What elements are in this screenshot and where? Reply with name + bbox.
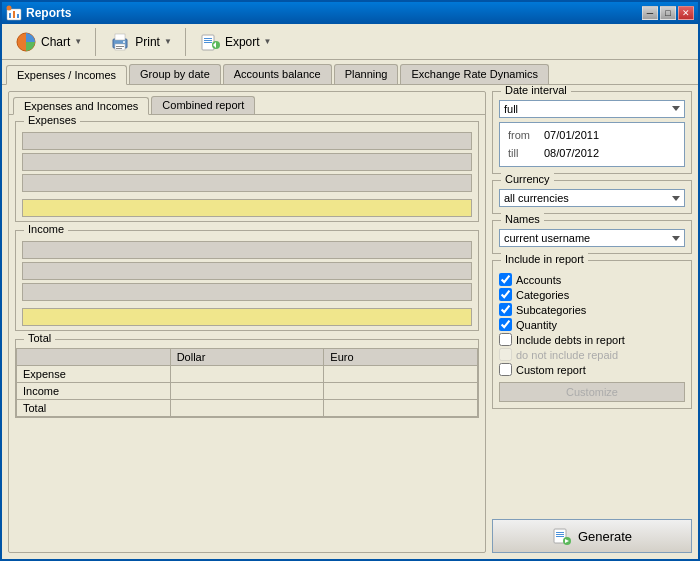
row-expense-euro [324, 366, 478, 383]
expense-bar-3 [22, 174, 472, 192]
main-tabs: Expenses / Incomes Group by date Account… [2, 60, 698, 85]
date-info-box: from 07/01/2011 till 08/07/2012 [499, 122, 685, 167]
panel-content: Expenses Income [9, 115, 485, 552]
expenses-bars [16, 128, 478, 221]
income-bar-1 [22, 241, 472, 259]
window-title: Reports [26, 6, 71, 20]
print-button[interactable]: Print ▼ [102, 27, 179, 57]
chart-button[interactable]: Chart ▼ [8, 27, 89, 57]
income-bars [16, 237, 478, 330]
row-income-dollar [170, 383, 324, 400]
quantity-checkbox[interactable] [499, 318, 512, 331]
tab-expenses-incomes[interactable]: Expenses / Incomes [6, 65, 127, 85]
generate-button[interactable]: Generate [492, 519, 692, 553]
total-section: Total Dollar Euro Expense [15, 339, 479, 418]
categories-label: Categories [516, 289, 569, 301]
svg-rect-13 [204, 38, 212, 39]
svg-rect-9 [116, 46, 124, 47]
export-button[interactable]: Export ▼ [192, 27, 279, 57]
row-total-label: Total [17, 400, 171, 417]
date-interval-label: Date interval [501, 85, 571, 96]
left-panel: Expenses and Incomes Combined report Exp… [8, 91, 486, 553]
tab-accounts-balance[interactable]: Accounts balance [223, 64, 332, 84]
include-categories-row: Categories [499, 288, 685, 301]
col-header-dollar: Dollar [170, 349, 324, 366]
till-date: 08/07/2012 [544, 145, 599, 163]
col-header-name [17, 349, 171, 366]
svg-rect-1 [9, 13, 11, 18]
debts-label: Include debts in report [516, 334, 625, 346]
svg-rect-3 [17, 14, 19, 18]
accounts-label: Accounts [516, 274, 561, 286]
row-income-euro [324, 383, 478, 400]
subcategories-checkbox[interactable] [499, 303, 512, 316]
include-accounts-row: Accounts [499, 273, 685, 286]
content-area: Expenses and Incomes Combined report Exp… [2, 85, 698, 559]
names-label: Names [501, 213, 544, 225]
main-window: Reports ─ □ ✕ Chart ▼ [0, 0, 700, 561]
svg-rect-7 [115, 34, 125, 40]
categories-checkbox[interactable] [499, 288, 512, 301]
close-button[interactable]: ✕ [678, 6, 694, 20]
svg-rect-15 [204, 42, 212, 43]
svg-rect-14 [204, 40, 212, 41]
total-table: Dollar Euro Expense Income [16, 348, 478, 417]
expense-bar-2 [22, 153, 472, 171]
tab-planning[interactable]: Planning [334, 64, 399, 84]
print-dropdown-arrow: ▼ [164, 37, 172, 46]
chart-icon [15, 31, 37, 53]
svg-rect-19 [556, 532, 564, 533]
app-icon [6, 5, 22, 21]
row-income-label: Income [17, 383, 171, 400]
sub-tabs: Expenses and Incomes Combined report [9, 92, 485, 115]
tab-exchange-rate[interactable]: Exchange Rate Dynamics [400, 64, 549, 84]
col-header-euro: Euro [324, 349, 478, 366]
table-row-income: Income [17, 383, 478, 400]
toolbar: Chart ▼ Print ▼ [2, 24, 698, 60]
date-interval-select[interactable]: full current month last month current ye… [499, 100, 685, 118]
currency-group: Currency all currencies Dollar Euro [492, 180, 692, 214]
currency-label: Currency [501, 173, 554, 185]
svg-point-11 [123, 41, 125, 43]
income-label: Income [24, 223, 68, 235]
include-subcategories-row: Subcategories [499, 303, 685, 316]
tab-group-by-date[interactable]: Group by date [129, 64, 221, 84]
currency-select[interactable]: all currencies Dollar Euro [499, 189, 685, 207]
sub-tab-combined[interactable]: Combined report [151, 96, 255, 114]
subcategories-label: Subcategories [516, 304, 586, 316]
no-repaid-checkbox[interactable] [499, 348, 512, 361]
names-group: Names current username real names login … [492, 220, 692, 254]
custom-report-checkbox[interactable] [499, 363, 512, 376]
till-label: till [508, 145, 536, 163]
expense-total-bar [22, 199, 472, 217]
minimize-button[interactable]: ─ [642, 6, 658, 20]
customize-button[interactable]: Customize [499, 382, 685, 402]
svg-rect-21 [556, 536, 564, 537]
row-total-euro [324, 400, 478, 417]
svg-rect-2 [13, 11, 15, 18]
table-row-expense: Expense [17, 366, 478, 383]
accounts-checkbox[interactable] [499, 273, 512, 286]
generate-label: Generate [578, 529, 632, 544]
chart-dropdown-arrow: ▼ [74, 37, 82, 46]
no-repaid-label: do not include repaid [516, 349, 618, 361]
names-select[interactable]: current username real names login names [499, 229, 685, 247]
print-icon [109, 31, 131, 53]
income-total-bar [22, 308, 472, 326]
export-dropdown-arrow: ▼ [264, 37, 272, 46]
maximize-button[interactable]: □ [660, 6, 676, 20]
table-row-total: Total [17, 400, 478, 417]
from-label: from [508, 127, 536, 145]
custom-report-label: Custom report [516, 364, 586, 376]
toolbar-separator-1 [95, 28, 96, 56]
income-bar-3 [22, 283, 472, 301]
include-debts-row: Include debts in report [499, 333, 685, 346]
debts-checkbox[interactable] [499, 333, 512, 346]
total-label: Total [24, 332, 55, 344]
title-bar: Reports ─ □ ✕ [2, 2, 698, 24]
no-repaid-row: do not include repaid [499, 348, 685, 361]
sub-tab-expenses-incomes[interactable]: Expenses and Incomes [13, 97, 149, 115]
date-interval-group: Date interval full current month last mo… [492, 91, 692, 174]
generate-icon [552, 526, 572, 546]
export-icon [199, 31, 221, 53]
